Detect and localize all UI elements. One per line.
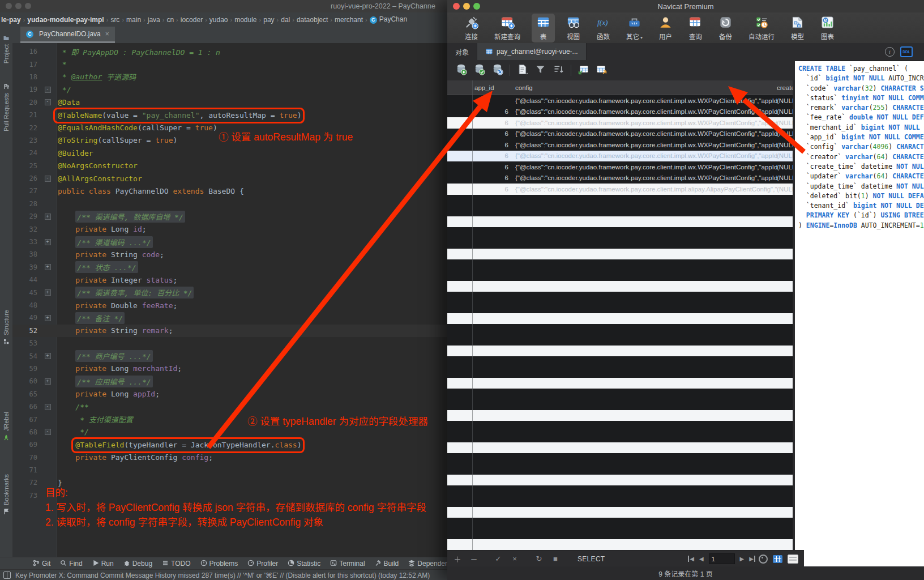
code-line-21[interactable]: 21@TableName(value = "pay_channel", auto… xyxy=(12,109,447,121)
settings-gear-icon[interactable] xyxy=(759,555,768,564)
collapse-fold-icon[interactable]: - xyxy=(45,87,51,93)
code-line-59[interactable]: 59 private Long merchantId; xyxy=(12,362,447,375)
code-line-70[interactable]: 70 private PayClientConfig config; xyxy=(12,451,447,464)
next-page-button[interactable]: ▶ xyxy=(740,556,745,562)
code-line-45[interactable]: 45+ /** 渠道费率, 单位: 百分比 */ xyxy=(12,286,447,298)
code-line-25[interactable]: 25@NoArgsConstructor xyxy=(12,160,447,172)
info-icon[interactable]: i xyxy=(885,47,895,57)
code-line-68[interactable]: 68- */ xyxy=(12,426,447,438)
breadcrumb-item[interactable]: src xyxy=(110,16,119,24)
navicat-tool-model[interactable]: 模型 xyxy=(786,14,809,42)
column-create-time[interactable]: create_time xyxy=(777,84,793,91)
toolwindow-find[interactable]: Find xyxy=(60,560,82,568)
code-line-26[interactable]: 26-@AllArgsConstructor xyxy=(12,172,447,185)
expand-fold-icon[interactable]: + xyxy=(45,214,51,220)
code-line-54[interactable]: 54+ /** 商户编号 ...*/ xyxy=(12,349,447,362)
navicat-tool-func[interactable]: f(x)函数 xyxy=(592,14,615,42)
table-row[interactable]: 6{"@class":"cn.iocoder.yudao.framework.p… xyxy=(447,117,793,129)
fold-gutter[interactable]: + xyxy=(37,315,58,321)
expand-fold-icon[interactable]: + xyxy=(45,315,51,321)
sort-icon[interactable] xyxy=(553,63,564,78)
code-line-39[interactable]: 39+ /** 状态 ...*/ xyxy=(12,261,447,274)
code-line-52[interactable]: 52 private String remark; xyxy=(12,325,447,337)
navicat-tool-chart[interactable]: 图表 xyxy=(816,14,839,42)
fold-gutter[interactable]: + xyxy=(37,214,58,220)
expand-fold-icon[interactable]: + xyxy=(45,378,51,385)
navicat-tool-view[interactable]: 视图 xyxy=(562,14,585,42)
breadcrumb-item[interactable]: dal xyxy=(281,16,290,24)
code-line-32[interactable]: 32 private Long id; xyxy=(12,223,447,235)
db-sync-icon[interactable] xyxy=(491,63,503,78)
breadcrumb-item[interactable]: java xyxy=(148,16,160,24)
code-line-17[interactable]: 17 * xyxy=(12,58,447,70)
tab-paychanneldo[interactable]: C PayChannelDO.java × xyxy=(20,27,115,43)
navicat-tab-objects[interactable]: 对象 xyxy=(447,43,477,60)
collapse-fold-icon[interactable]: - xyxy=(45,429,51,435)
breadcrumb-item[interactable]: merchant xyxy=(335,16,363,24)
toolwindow-git[interactable]: Git xyxy=(33,560,50,568)
code-line-20[interactable]: 20-@Data xyxy=(12,96,447,109)
tool-strip-pull-requests[interactable]: Pull Requests xyxy=(0,83,12,131)
breadcrumb-item[interactable]: dataobject xyxy=(297,16,328,24)
table-row[interactable]: 6{"@class":"cn.iocoder.yudao.framework.p… xyxy=(447,139,793,151)
fold-gutter[interactable]: - xyxy=(37,99,58,105)
breadcrumb-item[interactable]: iocoder xyxy=(181,16,203,24)
layout-icon[interactable] xyxy=(3,572,11,579)
navicat-tool-query[interactable]: 查询 xyxy=(684,14,707,42)
collapse-fold-icon[interactable]: - xyxy=(45,404,51,410)
toolwindow-build[interactable]: Build xyxy=(375,560,399,568)
breadcrumb-item[interactable]: yudao-module-pay-impl xyxy=(27,16,104,24)
column-app-id[interactable]: app_id xyxy=(472,84,512,91)
toolwindow-profiler[interactable]: Profiler xyxy=(247,560,278,568)
tool-strip-structure[interactable]: Structure xyxy=(0,310,12,345)
last-page-button[interactable]: ▶ xyxy=(749,556,754,562)
code-line-38[interactable]: 38 private String code; xyxy=(12,248,447,261)
code-line-27[interactable]: 27public class PayChannelDO extends Base… xyxy=(12,185,447,197)
navicat-tool-newquery[interactable]: 新建查询 xyxy=(490,14,525,42)
code-line-29[interactable]: 29+ /** 渠道编号, 数据库自增 */ xyxy=(12,210,447,223)
table-row[interactable]: 6{"@class":"cn.iocoder.yudao.framework.p… xyxy=(447,161,793,173)
tool-strip-project[interactable]: Project xyxy=(0,35,12,63)
data-grid[interactable]: app_idconfigcreate_time{"@class":"cn.ioc… xyxy=(447,80,793,550)
code-line-44[interactable]: 44 private Integer status; xyxy=(12,274,447,286)
delete-record-button[interactable]: － xyxy=(469,553,478,564)
zoom-window-icon[interactable] xyxy=(25,3,31,9)
fold-gutter[interactable]: + xyxy=(37,289,58,296)
minimize-window-icon[interactable] xyxy=(15,3,22,9)
fold-gutter[interactable]: - xyxy=(37,176,58,182)
breadcrumb[interactable]: le-pay›yudao-module-pay-impl›src›main›ja… xyxy=(0,12,448,27)
filter-icon[interactable] xyxy=(534,63,546,78)
navicat-tool-backup[interactable]: 备份 xyxy=(714,14,737,42)
table-row[interactable]: 6{"@class":"cn.iocoder.yudao.framework.p… xyxy=(447,184,793,195)
grid-header[interactable]: app_idconfigcreate_time xyxy=(447,80,793,95)
code-line-65[interactable]: 65 private Long appId; xyxy=(12,388,447,400)
fold-gutter[interactable]: + xyxy=(37,353,58,359)
breadcrumb-item[interactable]: le-pay xyxy=(1,16,21,24)
code-line-66[interactable]: 66- /** xyxy=(12,400,447,413)
table-row[interactable]: {"@class":"cn.iocoder.yudao.framework.pa… xyxy=(447,95,793,106)
toolwindow-statistic[interactable]: Statistic xyxy=(288,560,320,568)
db-run-icon[interactable] xyxy=(455,63,467,78)
code-line-28[interactable]: 28 xyxy=(12,198,447,210)
code-line-18[interactable]: 18 * @author 芋道源码 xyxy=(12,71,447,83)
navicat-tool-other[interactable]: 其它▾ xyxy=(622,14,647,42)
table-row[interactable]: 6{"@class":"cn.iocoder.yudao.framework.p… xyxy=(447,151,793,162)
navicat-titlebar[interactable]: Navicat Premium xyxy=(447,0,924,13)
toolwindow-terminal[interactable]: Terminal xyxy=(330,560,365,568)
apply-button[interactable]: ✓ xyxy=(494,555,503,563)
table-row[interactable]: 6{"@class":"cn.iocoder.yudao.framework.p… xyxy=(447,129,793,140)
table-row[interactable]: 6{"@class":"cn.iocoder.yudao.framework.p… xyxy=(447,106,793,118)
breadcrumb-item[interactable]: pay xyxy=(263,16,274,24)
fold-gutter[interactable]: - xyxy=(37,87,58,93)
navicat-tool-user[interactable]: 用户 xyxy=(654,14,677,42)
fold-gutter[interactable]: + xyxy=(37,264,58,270)
navicat-tool-table[interactable]: 表 xyxy=(532,14,555,42)
code-line-16[interactable]: 16 * 即 PayAppDO : PayChannelDO = 1 : n xyxy=(12,45,447,58)
stop-button[interactable]: ■ xyxy=(551,555,560,563)
breadcrumb-item[interactable]: yudao xyxy=(209,16,228,24)
fold-gutter[interactable]: + xyxy=(37,378,58,385)
tool-strip-jrebel[interactable]: JRebel xyxy=(0,412,12,441)
breadcrumb-item[interactable]: CPayChan xyxy=(370,15,407,24)
db-check-icon[interactable] xyxy=(473,63,485,78)
column-config[interactable]: config xyxy=(512,84,777,91)
